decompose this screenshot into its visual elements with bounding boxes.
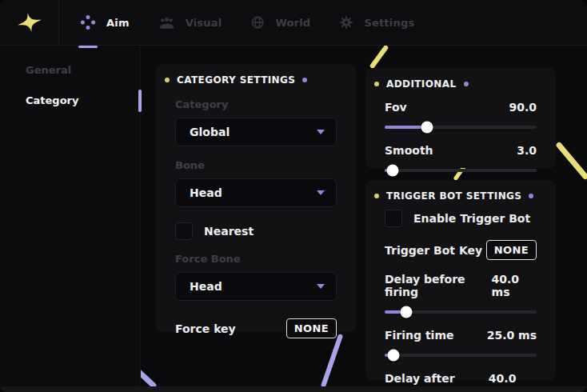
- tab-aim-label: Aim: [106, 17, 130, 29]
- fov-slider[interactable]: [385, 121, 537, 133]
- firing-time-row: Firing time 25.0 ms: [385, 329, 537, 361]
- smooth-slider-row: Smooth 3.0: [385, 144, 537, 176]
- purple-dot-icon: [302, 78, 307, 82]
- panel-title: CATEGORY SETTINGS: [177, 74, 295, 86]
- panel-title: TRIGGER BOT SETTINGS: [386, 190, 521, 202]
- app-window: Aim Visual World: [0, 0, 587, 392]
- purple-dot-icon: [464, 82, 469, 86]
- enable-trigger-bot-row[interactable]: Enable Trigger Bot: [385, 210, 537, 227]
- firing-time-slider[interactable]: [385, 349, 537, 361]
- decorative-streak: [369, 44, 389, 69]
- bottom-edge: [0, 386, 587, 392]
- tab-settings[interactable]: Settings: [339, 0, 414, 45]
- tab-settings-label: Settings: [364, 17, 414, 29]
- fov-value: 90.0: [509, 101, 537, 114]
- enable-trigger-bot-label: Enable Trigger Bot: [413, 212, 530, 225]
- category-label: Category: [175, 98, 337, 110]
- slider-thumb[interactable]: [386, 164, 398, 176]
- slider-track: [385, 354, 537, 357]
- decorative-streak: [321, 334, 343, 388]
- logo[interactable]: [0, 0, 59, 45]
- delay-before-firing-slider[interactable]: [385, 306, 537, 318]
- force-key-label: Force key: [175, 322, 236, 335]
- nearest-label: Nearest: [204, 225, 254, 238]
- chevron-down-icon: [317, 284, 325, 289]
- delay-before-firing-row: Delay before firing 40.0 ms: [385, 273, 537, 318]
- sidebar-item-category-label: Category: [26, 94, 78, 106]
- firing-time-value: 25.0 ms: [487, 329, 537, 342]
- panel-title: ADDITIONAL: [386, 78, 457, 90]
- panel-header: TRIGGER BOT SETTINGS: [374, 190, 537, 202]
- enable-trigger-bot-checkbox[interactable]: [385, 210, 402, 227]
- smooth-slider[interactable]: [385, 164, 537, 176]
- tab-world[interactable]: World: [250, 0, 310, 45]
- people-icon: [158, 16, 175, 30]
- slider-thumb[interactable]: [388, 349, 400, 361]
- trigger-bot-key-button[interactable]: NONE: [486, 240, 537, 260]
- nearest-checkbox-row[interactable]: Nearest: [175, 222, 337, 240]
- slider-track: [385, 126, 537, 129]
- slider-thumb[interactable]: [400, 306, 412, 318]
- force-bone-select-value: Head: [190, 280, 222, 293]
- tab-visual[interactable]: Visual: [158, 0, 222, 45]
- sidebar-item-general[interactable]: General: [0, 58, 140, 82]
- category-settings-panel: CATEGORY SETTINGS Category Global Bone H…: [156, 64, 356, 332]
- slider-track: [385, 169, 537, 172]
- trigger-bot-key-label: Trigger Bot Key: [385, 244, 482, 257]
- gear-icon: [339, 15, 353, 30]
- purple-dot-icon: [529, 194, 533, 198]
- decorative-streak: [555, 142, 587, 181]
- trigger-bot-key-row: Trigger Bot Key NONE: [385, 240, 537, 260]
- tab-world-label: World: [275, 17, 310, 29]
- yellow-dot-icon: [374, 194, 379, 198]
- force-bone-select[interactable]: Head: [175, 272, 337, 301]
- crosshair-icon: [80, 14, 96, 30]
- force-key-row: Force key NONE: [175, 318, 337, 338]
- firing-time-label: Firing time: [385, 329, 454, 342]
- force-key-button[interactable]: NONE: [286, 318, 337, 338]
- smooth-label: Smooth: [385, 144, 433, 157]
- force-bone-label: Force Bone: [175, 253, 337, 265]
- category-select-value: Global: [190, 126, 230, 138]
- chevron-down-icon: [317, 130, 325, 134]
- globe-icon: [250, 15, 265, 30]
- sidebar: General Category: [0, 46, 141, 392]
- bone-select-value: Head: [190, 186, 222, 199]
- panel-header: CATEGORY SETTINGS: [165, 74, 337, 86]
- yellow-dot-icon: [165, 78, 170, 82]
- smooth-value: 3.0: [517, 144, 537, 157]
- trigger-bot-panel: TRIGGER BOT SETTINGS Enable Trigger Bot …: [365, 180, 556, 380]
- tab-aim[interactable]: Aim: [80, 0, 130, 45]
- yellow-dot-icon: [374, 82, 379, 86]
- tab-visual-label: Visual: [186, 17, 222, 29]
- slider-thumb[interactable]: [421, 121, 433, 133]
- fov-label: Fov: [385, 101, 407, 114]
- active-tab-underline: [78, 46, 98, 48]
- bone-select[interactable]: Head: [175, 178, 337, 207]
- chevron-down-icon: [317, 190, 325, 195]
- sparkle-logo-icon: [10, 4, 49, 41]
- active-item-indicator: [138, 90, 142, 112]
- tab-bar: Aim Visual World: [59, 0, 414, 45]
- bone-label: Bone: [175, 159, 337, 171]
- topbar: Aim Visual World: [0, 0, 587, 46]
- fov-slider-row: Fov 90.0: [385, 101, 537, 133]
- nearest-checkbox[interactable]: [175, 222, 193, 240]
- panel-header: ADDITIONAL: [374, 78, 537, 90]
- delay-before-firing-label: Delay before firing: [385, 273, 492, 298]
- category-select[interactable]: Global: [175, 118, 337, 146]
- additional-panel: ADDITIONAL Fov 90.0 Smooth 3.0: [365, 68, 556, 168]
- delay-before-firing-value: 40.0 ms: [492, 273, 537, 298]
- sidebar-item-category[interactable]: Category: [0, 89, 140, 113]
